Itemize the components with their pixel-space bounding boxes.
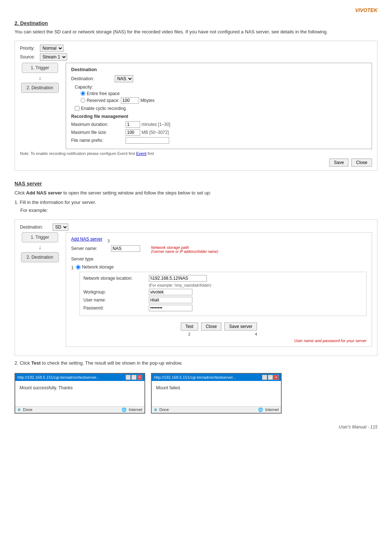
popup2-close[interactable]: ✕ bbox=[274, 375, 279, 380]
close-button[interactable]: Close bbox=[351, 159, 372, 167]
nas-intro: Click Add NAS server to open the server … bbox=[15, 189, 377, 197]
test-button[interactable]: Test bbox=[181, 323, 198, 331]
max-duration-unit: minutes [1~30] bbox=[142, 122, 170, 127]
nas-section: NAS server Click Add NAS server to open … bbox=[15, 181, 377, 356]
save-button[interactable]: Save bbox=[329, 159, 348, 167]
network-storage-radio[interactable] bbox=[76, 265, 81, 270]
for-example-text: (For example: \\my_nas\disk\folder) bbox=[149, 283, 363, 287]
popup2-restore[interactable]: ▭ bbox=[268, 375, 273, 380]
popup2-titlebar: http://192.168.5.151/cgi-bin/admin/tests… bbox=[152, 374, 281, 381]
source-label: Source: bbox=[20, 54, 40, 59]
nas-panel: Add NAS server 3 Server name: Network st… bbox=[66, 232, 372, 347]
popup2-minimize[interactable]: _ bbox=[262, 375, 267, 380]
file-prefix-input[interactable] bbox=[126, 137, 169, 144]
popup1-done: ⊕ Done bbox=[17, 407, 32, 412]
popup2-body: Mount failed. bbox=[152, 381, 281, 406]
annotation-1: 1 bbox=[71, 265, 74, 270]
popup2-done: ⊕ Done bbox=[154, 407, 169, 412]
dest-panel-title: Destination bbox=[71, 67, 367, 72]
popup1-close[interactable]: ✕ bbox=[137, 375, 142, 380]
note-row: Note: To enable recording notification p… bbox=[20, 151, 372, 156]
annotation-username-password: User name and password for your server bbox=[71, 338, 367, 343]
nas-workflow: 1. Trigger ↓ 2. Destination Add NAS serv… bbox=[20, 232, 372, 347]
max-duration-label: Maximum duration: bbox=[71, 122, 126, 127]
config-area-1: Priority: Normal Source: Stream 1 1. Tri… bbox=[15, 41, 377, 171]
nas-steps: 1. Fill in the information for your serv… bbox=[15, 198, 377, 214]
dest-select[interactable]: NAS bbox=[115, 75, 133, 82]
dest-label: Destination: bbox=[71, 76, 115, 81]
nas-btn-row: Test 2 Close Save server 4 bbox=[71, 323, 367, 331]
username-label: User name: bbox=[83, 297, 149, 303]
popup-section: http://192.168.5.151/cgi-bin/admin/tests… bbox=[15, 373, 377, 414]
network-storage-label: Network storage bbox=[82, 264, 114, 270]
password-label: Password: bbox=[83, 305, 149, 311]
workflow-steps-2: 1. Trigger ↓ 2. Destination bbox=[20, 232, 60, 262]
nas-step-arrow: ↓ bbox=[38, 244, 41, 251]
server-name-label: Server name: bbox=[71, 245, 111, 251]
entire-free-label: Entire free space bbox=[87, 91, 120, 96]
popup2-message: Mount failed. bbox=[156, 385, 181, 390]
max-duration-input[interactable] bbox=[126, 121, 140, 128]
file-prefix-label: File name prefix: bbox=[71, 138, 126, 143]
workflow-steps-1: 1. Trigger ↓ 2. Destination bbox=[20, 63, 60, 93]
rec-mgmt-title: Recording file management bbox=[71, 114, 367, 119]
entire-free-radio[interactable] bbox=[81, 91, 85, 96]
nas-close-button[interactable]: Close bbox=[201, 323, 222, 331]
popup2-statusbar: ⊕ Done 🌐 Internet bbox=[152, 406, 281, 413]
nas-step2-box: 2. Destination bbox=[21, 252, 58, 262]
annotation-2: 2 bbox=[188, 332, 191, 336]
popup1-minimize[interactable]: _ bbox=[126, 375, 131, 380]
cyclic-recording-checkbox[interactable] bbox=[75, 106, 79, 111]
step1-box: 1. Trigger bbox=[22, 63, 58, 73]
event-link[interactable]: Event bbox=[136, 151, 146, 156]
priority-label: Priority: bbox=[20, 46, 40, 51]
workgroup-input[interactable] bbox=[149, 289, 192, 295]
annotation-3: 3 bbox=[107, 239, 110, 243]
server-name-input[interactable] bbox=[111, 245, 140, 252]
step2-box: 2. Destination bbox=[21, 83, 58, 93]
dest-label2: Destination: bbox=[20, 225, 53, 230]
popup2-controls: _ ▭ ✕ bbox=[262, 375, 279, 380]
popup2-title: http://192.168.5.151/cgi-bin/admin/tests… bbox=[154, 375, 236, 379]
popup1-titlebar: http://192.168.5.151/cgi-bin/admin/tests… bbox=[15, 374, 144, 381]
popup1-controls: _ ▭ ✕ bbox=[126, 375, 142, 380]
save-server-button[interactable]: Save server bbox=[224, 323, 257, 331]
workgroup-label: Workgroup: bbox=[83, 290, 149, 295]
add-nas-btn[interactable]: Add NAS server bbox=[71, 237, 102, 242]
reserved-space-input[interactable] bbox=[121, 97, 139, 104]
page-footer: User's Manual - 115 bbox=[15, 424, 377, 430]
reserved-space-radio[interactable] bbox=[81, 98, 85, 103]
max-file-size-input[interactable] bbox=[126, 129, 140, 136]
server-type-label: Server type bbox=[71, 256, 111, 262]
dest-select-2[interactable]: SD bbox=[53, 223, 68, 231]
source-select[interactable]: Stream 1 bbox=[40, 53, 67, 61]
popup-failed: http://192.168.5.151/cgi-bin/admin/tests… bbox=[151, 373, 282, 414]
annotation-4: 4 bbox=[255, 332, 257, 336]
popup1-title: http://192.168.5.151/cgi-bin/admin/tests… bbox=[17, 375, 99, 379]
section1-intro: You can select the SD card or network st… bbox=[15, 28, 377, 36]
popup1-message: Mount successfully. Thanks bbox=[20, 385, 73, 390]
reserved-space-unit: Mbytes bbox=[140, 98, 155, 103]
click-test-text: 2. Click Test to check the setting. The … bbox=[15, 360, 377, 366]
step-arrow-1: ↓ bbox=[38, 74, 41, 81]
nas-step1-box: 1. Trigger bbox=[22, 232, 58, 242]
popup1-restore[interactable]: ▭ bbox=[131, 375, 136, 380]
popup1-body: Mount successfully. Thanks bbox=[15, 381, 144, 406]
priority-select[interactable]: Normal bbox=[40, 45, 64, 52]
reserved-space-label: Reserved space: bbox=[87, 98, 119, 103]
nas-section-title: NAS server bbox=[15, 181, 377, 186]
destination-panel-1: Destination Destination: NAS Capacity: E… bbox=[66, 63, 372, 149]
popup2-internet: 🌐 Internet bbox=[258, 407, 279, 412]
username-input[interactable] bbox=[149, 297, 192, 303]
cyclic-recording-label: Enable cyclic recording bbox=[81, 106, 126, 111]
popup-success: http://192.168.5.151/cgi-bin/admin/tests… bbox=[15, 373, 145, 414]
network-location-input[interactable] bbox=[149, 275, 207, 282]
network-storage-box: Network storage location: (For example: … bbox=[79, 272, 367, 316]
section1-title: 2. Destination bbox=[15, 20, 377, 26]
password-input[interactable] bbox=[149, 305, 192, 311]
popup1-internet: 🌐 Internet bbox=[122, 407, 142, 412]
brand-logo: VIVOTEK bbox=[15, 7, 377, 13]
popup1-statusbar: ⊕ Done 🌐 Internet bbox=[15, 406, 144, 413]
network-location-label: Network storage location: bbox=[83, 276, 149, 281]
max-file-size-label: Maximum file size: bbox=[71, 130, 126, 135]
